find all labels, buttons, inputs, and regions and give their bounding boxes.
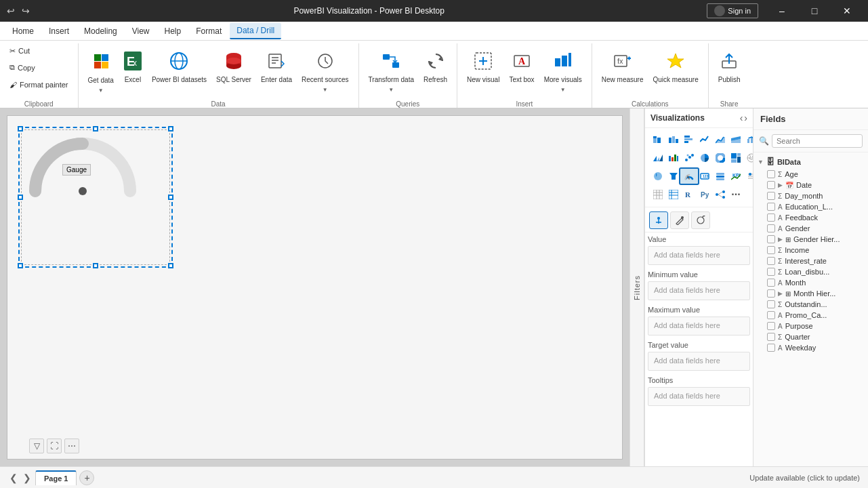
svg-text:123: 123 <box>703 174 709 178</box>
sql-server-button[interactable]: SQL Server <box>212 49 255 98</box>
canvas-content: Gauge <box>7 116 622 459</box>
minimum-value-drop-zone[interactable]: Add data fields here <box>648 281 750 300</box>
quarter-label: Quarter <box>785 333 864 341</box>
monthhier-checkbox[interactable] <box>767 289 775 298</box>
promo-checkbox[interactable] <box>767 311 775 319</box>
field-purpose[interactable]: A Purpose <box>753 321 868 331</box>
field-loan[interactable]: Σ Loan_disbu... <box>753 266 868 277</box>
viz-slicer[interactable] <box>741 167 753 185</box>
field-day-month[interactable]: Σ Day_month <box>753 190 868 201</box>
visual-container[interactable]: Gauge <box>21 129 170 265</box>
genderhier-checkbox[interactable] <box>767 235 775 243</box>
education-label: Education_L... <box>785 203 864 211</box>
update-status[interactable]: Update available (click to update) <box>749 474 860 482</box>
publish-button[interactable]: Publish <box>714 49 745 98</box>
new-measure-button[interactable]: fx New measure <box>598 49 648 98</box>
canvas[interactable]: Gauge ▽ ⛶ <box>7 115 623 460</box>
close-button[interactable]: ✕ <box>831 0 863 22</box>
viz-line-and-stacked-bar[interactable] <box>741 131 753 148</box>
field-month[interactable]: A Month <box>753 277 868 288</box>
menu-insert[interactable]: Insert <box>42 24 76 39</box>
viz-nav-prev[interactable]: ‹ <box>740 113 743 123</box>
publish-icon <box>720 52 739 73</box>
interestrate-checkbox[interactable] <box>767 257 775 265</box>
age-checkbox[interactable] <box>767 170 775 178</box>
enter-data-icon <box>268 52 285 73</box>
viz-nav-next[interactable]: › <box>744 113 747 123</box>
field-promo[interactable]: A Promo_Ca... <box>753 310 868 321</box>
cut-button[interactable]: ✂ Cut <box>5 43 73 58</box>
menu-home[interactable]: Home <box>5 24 41 39</box>
menu-data-drill[interactable]: Data / Drill <box>230 23 281 39</box>
excel-button[interactable]: Ex Excel <box>119 49 146 98</box>
redo-icon[interactable]: ↪ <box>20 5 31 16</box>
refresh-button[interactable]: Refresh <box>419 49 451 98</box>
purpose-checkbox[interactable] <box>767 322 775 330</box>
more-options-button[interactable]: ⋯ <box>64 439 79 453</box>
menu-modeling[interactable]: Modeling <box>77 24 124 39</box>
value-drop-zone[interactable]: Add data fields here <box>648 246 750 265</box>
field-education[interactable]: A Education_L... <box>753 201 868 212</box>
weekday-checkbox[interactable] <box>767 344 775 352</box>
transform-data-button[interactable]: Transform data ▼ <box>365 49 418 98</box>
power-bi-datasets-button[interactable]: Power BI datasets <box>148 49 211 98</box>
focus-mode-button[interactable]: ⛶ <box>47 439 62 453</box>
education-checkbox[interactable] <box>767 203 775 211</box>
format-tab[interactable] <box>670 211 689 229</box>
page-1-tab[interactable]: Page 1 <box>35 470 77 485</box>
tree-group-bidata-header[interactable]: ▼ 🗄 BIData <box>753 155 868 169</box>
text-box-button[interactable]: A Text box <box>505 49 538 98</box>
more-visuals-button[interactable]: More visuals ▼ <box>540 49 586 98</box>
viz-more[interactable]: ··· <box>726 186 746 203</box>
signin-button[interactable]: Sign in <box>707 3 758 18</box>
daymonth-checkbox[interactable] <box>767 192 775 200</box>
monthhier-label: Month Hier... <box>793 289 864 298</box>
get-data-button[interactable]: Get data ▼ <box>84 49 118 98</box>
menu-view[interactable]: View <box>125 24 157 39</box>
field-age[interactable]: Σ Age <box>753 169 868 180</box>
filter-visual-button[interactable]: ▽ <box>29 439 44 453</box>
filters-panel[interactable]: Filters <box>629 108 644 466</box>
recent-sources-button[interactable]: Recent sources ▼ <box>297 49 352 98</box>
target-value-drop-zone[interactable]: Add data fields here <box>648 352 750 371</box>
feedback-checkbox[interactable] <box>767 214 775 222</box>
page-next-button[interactable]: ❯ <box>22 471 33 485</box>
outstanding-checkbox[interactable] <box>767 300 775 308</box>
loan-checkbox[interactable] <box>767 268 775 276</box>
field-gender-hier[interactable]: ▶ ⊞ Gender Hier... <box>753 234 868 245</box>
fields-search-input[interactable] <box>772 134 863 148</box>
format-painter-button[interactable]: 🖌 Format painter <box>5 77 73 92</box>
field-interest-rate[interactable]: Σ Interest_rate <box>753 256 868 266</box>
field-income[interactable]: Σ Income <box>753 245 868 256</box>
maximize-button[interactable]: □ <box>799 0 830 22</box>
add-page-button[interactable]: + <box>79 470 94 485</box>
svg-rect-55 <box>669 156 671 161</box>
copy-button[interactable]: ⧉ Copy <box>5 60 73 75</box>
field-feedback[interactable]: A Feedback <box>753 212 868 223</box>
quick-measure-button[interactable]: Quick measure <box>648 49 702 98</box>
undo-icon[interactable]: ↩ <box>5 5 16 16</box>
field-month-hier[interactable]: ▶ ⊞ Month Hier... <box>753 288 868 299</box>
analytics-tab[interactable] <box>691 211 710 229</box>
new-visual-button[interactable]: New visual <box>463 49 503 98</box>
menu-help[interactable]: Help <box>158 24 188 39</box>
tooltips-drop-zone[interactable]: Add data fields here <box>648 387 750 406</box>
fields-tab[interactable] <box>649 211 668 229</box>
field-date[interactable]: ▶ 📅 Date <box>753 180 868 190</box>
date-checkbox[interactable] <box>767 181 775 189</box>
viz-map[interactable] <box>741 149 753 167</box>
minimize-button[interactable]: – <box>766 0 798 22</box>
field-weekday[interactable]: A Weekday <box>753 342 868 353</box>
month-checkbox[interactable] <box>767 279 775 287</box>
page-prev-button[interactable]: ❮ <box>8 471 19 485</box>
field-gender[interactable]: A Gender <box>753 223 868 234</box>
field-outstanding[interactable]: Σ Outstandin... <box>753 299 868 310</box>
maximum-value-drop-zone[interactable]: Add data fields here <box>648 317 750 336</box>
menu-format[interactable]: Format <box>189 24 228 39</box>
quarter-checkbox[interactable] <box>767 333 775 341</box>
svg-rect-1 <box>102 54 108 61</box>
gender-checkbox[interactable] <box>767 224 775 232</box>
enter-data-button[interactable]: Enter data <box>257 49 296 98</box>
income-checkbox[interactable] <box>767 246 775 254</box>
field-quarter[interactable]: Σ Quarter <box>753 331 868 342</box>
